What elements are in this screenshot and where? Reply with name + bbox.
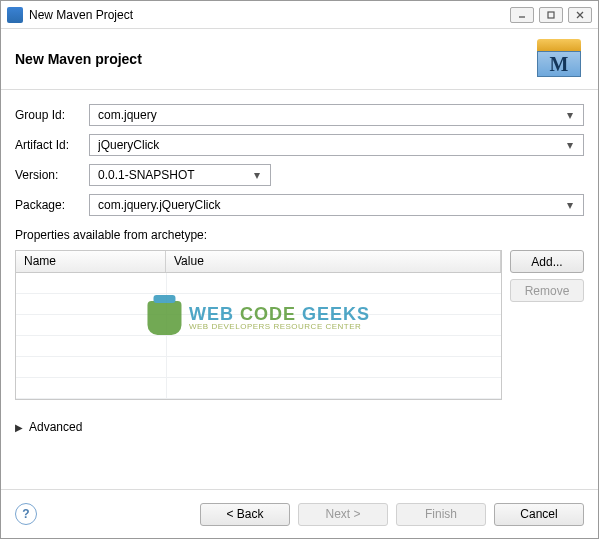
svg-rect-1 [548, 12, 554, 18]
table-row [16, 294, 501, 315]
column-divider [166, 273, 167, 399]
package-row: Package: ▾ [15, 194, 584, 216]
version-label: Version: [15, 168, 81, 182]
remove-button: Remove [510, 279, 584, 302]
group-id-input[interactable] [96, 107, 563, 123]
properties-container: Name Value WEB CODE GEEKS WEB [15, 250, 584, 400]
close-button[interactable] [568, 7, 592, 23]
artifact-id-row: Artifact Id: ▾ [15, 134, 584, 156]
artifact-id-field[interactable]: ▾ [89, 134, 584, 156]
help-icon[interactable]: ? [15, 503, 37, 525]
wizard-header: New Maven project M [1, 29, 598, 90]
package-field[interactable]: ▾ [89, 194, 584, 216]
back-button[interactable]: < Back [200, 503, 290, 526]
maximize-button[interactable] [539, 7, 563, 23]
advanced-label: Advanced [29, 420, 82, 434]
column-value[interactable]: Value [166, 251, 501, 272]
group-id-label: Group Id: [15, 108, 81, 122]
wizard-footer: ? < Back Next > Finish Cancel [1, 490, 598, 538]
package-input[interactable] [96, 197, 563, 213]
maven-icon: M [534, 39, 584, 79]
properties-heading: Properties available from archetype: [15, 228, 584, 242]
wizard-title: New Maven project [15, 51, 534, 67]
chevron-down-icon[interactable]: ▾ [250, 168, 264, 182]
window-controls [510, 7, 592, 23]
properties-table[interactable]: Name Value WEB CODE GEEKS WEB [15, 250, 502, 400]
package-label: Package: [15, 198, 81, 212]
app-icon [7, 7, 23, 23]
minimize-button[interactable] [510, 7, 534, 23]
version-input[interactable] [96, 167, 250, 183]
column-name[interactable]: Name [16, 251, 166, 272]
chevron-down-icon[interactable]: ▾ [563, 108, 577, 122]
add-button[interactable]: Add... [510, 250, 584, 273]
table-row [16, 357, 501, 378]
next-button: Next > [298, 503, 388, 526]
version-row: Version: ▾ [15, 164, 584, 186]
advanced-toggle[interactable]: ▶ Advanced [15, 420, 584, 434]
group-id-field[interactable]: ▾ [89, 104, 584, 126]
artifact-id-label: Artifact Id: [15, 138, 81, 152]
artifact-id-input[interactable] [96, 137, 563, 153]
titlebar: New Maven Project [1, 1, 598, 29]
dialog-window: New Maven Project New Maven project M Gr… [0, 0, 599, 539]
triangle-right-icon: ▶ [15, 422, 23, 433]
table-row [16, 273, 501, 294]
titlebar-title: New Maven Project [29, 8, 510, 22]
chevron-down-icon[interactable]: ▾ [563, 198, 577, 212]
table-row [16, 315, 501, 336]
chevron-down-icon[interactable]: ▾ [563, 138, 577, 152]
version-field[interactable]: ▾ [89, 164, 271, 186]
group-id-row: Group Id: ▾ [15, 104, 584, 126]
table-header: Name Value [16, 251, 501, 273]
properties-buttons: Add... Remove [510, 250, 584, 400]
table-body[interactable]: WEB CODE GEEKS WEB DEVELOPERS RESOURCE C… [16, 273, 501, 399]
form-area: Group Id: ▾ Artifact Id: ▾ Version: ▾ Pa… [1, 90, 598, 490]
cancel-button[interactable]: Cancel [494, 503, 584, 526]
table-row [16, 336, 501, 357]
finish-button: Finish [396, 503, 486, 526]
table-row [16, 378, 501, 399]
